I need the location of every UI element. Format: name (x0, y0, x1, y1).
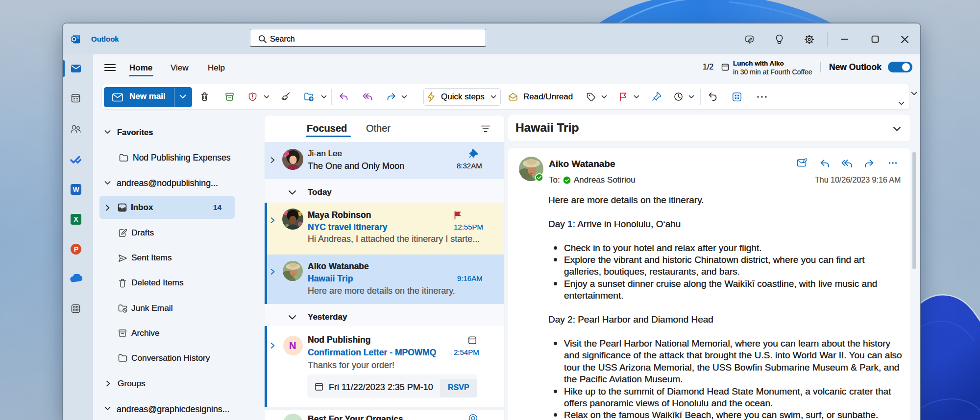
svg-text:P: P (74, 245, 78, 253)
svg-text:X: X (74, 215, 78, 223)
svg-text:W: W (73, 186, 79, 193)
